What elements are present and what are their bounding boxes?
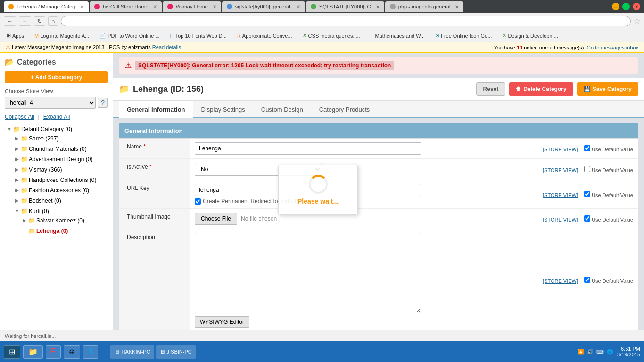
bookmark-math[interactable]: T Mathematics and W... xyxy=(368,32,428,40)
taskbar-file-manager[interactable]: 📁 xyxy=(23,345,43,359)
system-tray-icons: 🔼 🔊 ⌨ 🌐 xyxy=(578,349,613,355)
description-store-view-link[interactable]: [STORE VIEW] xyxy=(543,278,578,284)
tab-close-5[interactable]: ✕ xyxy=(376,4,380,9)
notification-message: ⚠ Latest Message: Magento Imagine 2013 -… xyxy=(6,44,181,50)
reload-button[interactable]: ↻ xyxy=(34,16,45,26)
tab-close-3[interactable]: ✕ xyxy=(213,4,216,9)
delete-category-button[interactable]: 🗑 Delete Category xyxy=(509,82,573,96)
hakkim-pc-item[interactable]: 🖥 HAKKIM-PC xyxy=(110,345,154,359)
is-active-store-view-link[interactable]: [STORE VIEW] xyxy=(543,167,578,173)
bookmark-star-icon[interactable]: ☆ xyxy=(634,16,640,25)
speaker-icon: 🔊 xyxy=(587,349,594,355)
taskbar-filezilla[interactable]: F xyxy=(46,345,61,359)
tree-folder-icon-default: 📁 xyxy=(13,126,20,132)
store-view-help-icon[interactable]: ? xyxy=(98,98,108,108)
tree-toggle-advertisement[interactable]: ▶ xyxy=(14,156,20,162)
read-details-link[interactable]: Read details xyxy=(152,44,181,50)
bookmark-design-label: Design & Developm... xyxy=(508,33,558,39)
tree-vismay-row[interactable]: ▶ 📁 Vismay (366) xyxy=(12,165,108,174)
forward-button[interactable]: → xyxy=(19,16,31,26)
url-key-store-view-link[interactable]: [STORE VIEW] xyxy=(543,192,578,198)
create-redirect-checkbox[interactable] xyxy=(195,198,201,205)
thumbnail-use-default-checkbox[interactable] xyxy=(584,215,590,222)
tree-churidhar-row[interactable]: ▶ 📁 Churidhar Materials (0) xyxy=(12,145,108,153)
tree-toggle-default[interactable]: ▼ xyxy=(7,126,12,132)
tree-toggle-salwar[interactable]: ▶ xyxy=(22,218,27,223)
bookmark-design[interactable]: ✕ Design & Developm... xyxy=(499,32,561,40)
description-textarea[interactable] xyxy=(195,233,421,313)
tree-handpicked-row[interactable]: ▶ 📁 Handpicked Collections (0) xyxy=(12,176,108,184)
store-view-select-input[interactable]: hercall_4 xyxy=(5,97,96,109)
maximize-button[interactable]: □ xyxy=(622,3,630,10)
url-key-use-default-checkbox[interactable] xyxy=(584,191,590,197)
bookmark-apps[interactable]: ⊞ Apps xyxy=(4,32,27,40)
wysiwyg-editor-button[interactable]: WYSIWYG Editor xyxy=(195,316,249,328)
tab-3[interactable]: Vismay Home ✕ xyxy=(163,1,221,12)
bookmark-css[interactable]: ✕ CSS media queries: ... xyxy=(300,32,363,40)
taskbar-chrome[interactable]: ⊕ xyxy=(64,345,80,359)
taskbar-start[interactable]: ⊞ xyxy=(4,345,20,359)
tab-display-settings[interactable]: Display Settings xyxy=(193,101,253,118)
approx-icon: R xyxy=(237,33,241,39)
is-active-use-default-checkbox[interactable] xyxy=(584,166,590,172)
tree-bedsheet-row[interactable]: ▶ 📁 Bedsheet (0) xyxy=(12,197,108,205)
tree-toggle-bedsheet[interactable]: ▶ xyxy=(14,198,20,204)
tree-label-saree: Saree (297) xyxy=(29,135,58,142)
tab-close-4[interactable]: ✕ xyxy=(297,4,300,9)
tab-4[interactable]: sqlstate[hy000]: general er... ✕ xyxy=(222,1,305,12)
bookmark-pdf[interactable]: 📄 PDF to Word Online ... xyxy=(97,32,162,40)
tree-fashion-row[interactable]: ▶ 📁 Fashion Accessories (0) xyxy=(12,186,108,195)
back-button[interactable]: ← xyxy=(4,16,16,26)
close-button[interactable]: ✕ xyxy=(633,3,640,10)
tab-close-1[interactable]: ✕ xyxy=(80,4,84,9)
collapse-all-link[interactable]: Collapse All xyxy=(5,114,34,120)
url-key-label-cell: URL Key xyxy=(119,180,190,209)
tab-general-info[interactable]: General Information xyxy=(119,101,193,118)
thumbnail-store-cell: [STORE VIEW] Use Default Value xyxy=(504,209,638,229)
tree-kurti-row[interactable]: ▼ 📁 Kurti (0) xyxy=(12,207,108,215)
tree-saree-row[interactable]: ▶ 📁 Saree (297) xyxy=(12,134,108,143)
bookmark-math-label: Mathematics and W... xyxy=(375,33,425,39)
tab-1[interactable]: Lehenga / Manage Categ... ✕ xyxy=(4,1,89,12)
expand-all-link[interactable]: Expand All xyxy=(43,114,70,120)
save-category-button[interactable]: 💾 Save Category xyxy=(577,82,638,96)
tree-default-category[interactable]: ▼ 📁 Default Category (0) xyxy=(5,125,108,133)
bookmark-fonts[interactable]: H Top 10 Fonts Web D... xyxy=(167,32,230,40)
tree-toggle-churidhar[interactable]: ▶ xyxy=(14,146,20,152)
name-use-default-checkbox[interactable] xyxy=(584,145,590,151)
tree-salwar-row[interactable]: ▶ 📁 Salwar Kameez (0) xyxy=(20,216,108,225)
tab-close-2[interactable]: ✕ xyxy=(153,4,157,9)
delete-icon: 🗑 xyxy=(516,86,521,92)
home-button[interactable]: ⌂ xyxy=(48,16,58,26)
thumbnail-store-view-link[interactable]: [STORE VIEW] xyxy=(543,217,578,222)
description-use-default-checkbox[interactable] xyxy=(584,277,590,283)
tree-salwar: ▶ 📁 Salwar Kameez (0) xyxy=(20,215,108,226)
bookmark-approx[interactable]: R Approximate Conve... xyxy=(234,32,295,40)
reset-button[interactable]: Reset xyxy=(476,82,506,96)
jisbin-pc-item[interactable]: 🖥 JISBIN-PC xyxy=(156,345,196,359)
tree-toggle-saree[interactable]: ▶ xyxy=(14,136,20,141)
tab-5[interactable]: SQLSTATE[HY000]: Gener... ✕ xyxy=(306,1,384,12)
bookmark-magento[interactable]: M Log into Magento A... xyxy=(32,32,92,40)
tree-lehenga-row[interactable]: 📁 Lehenga (0) xyxy=(20,227,108,235)
taskbar-skype[interactable]: S xyxy=(83,345,99,359)
address-bar[interactable] xyxy=(61,16,631,26)
tree-toggle-vismay[interactable]: ▶ xyxy=(14,167,20,173)
tree-advertisement-row[interactable]: ▶ 📁 Advertisement Design (0) xyxy=(12,155,108,164)
minimize-button[interactable]: ─ xyxy=(612,3,619,10)
bookmark-icons[interactable]: ⊙ Free Online Icon Ge... xyxy=(432,32,495,40)
tab-2[interactable]: herCall Store Home ✕ xyxy=(90,1,162,12)
choose-file-thumb-button[interactable]: Choose File xyxy=(195,213,237,225)
tab-category-products[interactable]: Category Products xyxy=(311,101,378,118)
tab-close-6[interactable]: ✕ xyxy=(455,4,459,9)
tab-custom-design[interactable]: Custom Design xyxy=(253,101,311,118)
name-input[interactable] xyxy=(195,142,421,155)
tree-toggle-kurti[interactable]: ▼ xyxy=(14,208,20,214)
tree-toggle-lehenga[interactable] xyxy=(22,228,27,234)
tab-6[interactable]: php - magento general er... ✕ xyxy=(385,1,463,12)
name-store-view-link[interactable]: [STORE VIEW] xyxy=(543,147,578,152)
add-subcategory-button[interactable]: + Add Subcategory xyxy=(5,71,108,83)
tree-toggle-fashion[interactable]: ▶ xyxy=(14,188,20,193)
tree-toggle-handpicked[interactable]: ▶ xyxy=(14,177,20,183)
go-to-inbox-link[interactable]: Go to messages inbox xyxy=(587,45,638,50)
